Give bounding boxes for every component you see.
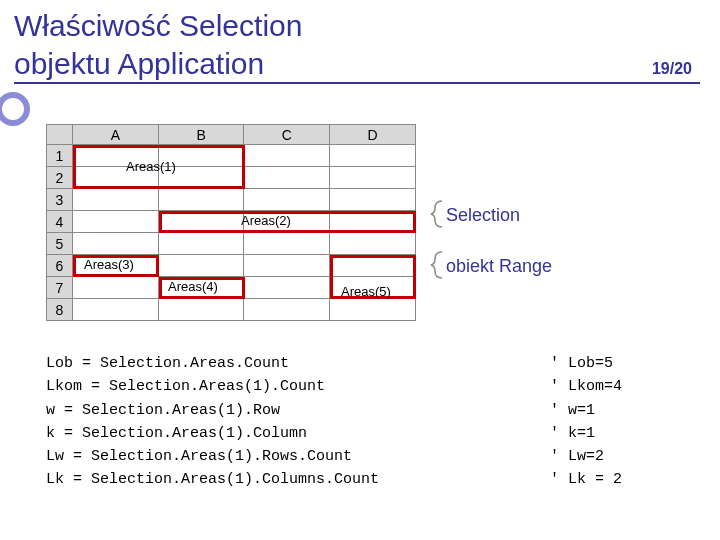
row-header: 3 (47, 189, 73, 211)
comment-line: ' Lob=5 (550, 355, 613, 372)
code-comments: ' Lob=5 ' Lkom=4 ' w=1 ' k=1 ' Lw=2 ' Lk… (550, 352, 622, 492)
col-header: A (72, 125, 158, 145)
comment-line: ' w=1 (550, 402, 595, 419)
row-header: 8 (47, 299, 73, 321)
row-header: 5 (47, 233, 73, 255)
spreadsheet-diagram: A B C D 1 2 3 4 5 6 7 8 Areas(1) Areas(2… (46, 124, 416, 321)
col-header: C (244, 125, 330, 145)
col-header: B (158, 125, 244, 145)
row-header: 6 (47, 255, 73, 277)
comment-line: ' Lk = 2 (550, 471, 622, 488)
code-line: w = Selection.Areas(1).Row (46, 402, 280, 419)
code-line: Lob = Selection.Areas.Count (46, 355, 289, 372)
code-line: Lkom = Selection.Areas(1).Count (46, 378, 325, 395)
page-title: Właściwość Selectionobjektu Application (14, 7, 652, 82)
brace-icon (430, 251, 446, 282)
bullet-decoration (0, 92, 30, 126)
brace-icon (430, 200, 446, 231)
row-header: 4 (47, 211, 73, 233)
code-line: k = Selection.Areas(1).Column (46, 425, 307, 442)
spreadsheet-grid: A B C D 1 2 3 4 5 6 7 8 (46, 124, 416, 321)
page-indicator: 19/20 (652, 60, 700, 82)
selection-label: Selection (446, 205, 520, 226)
row-header: 7 (47, 277, 73, 299)
row-header: 1 (47, 145, 73, 167)
code-line: Lw = Selection.Areas(1).Rows.Count (46, 448, 352, 465)
code-block: Lob = Selection.Areas.Count Lkom = Selec… (46, 352, 379, 492)
comment-line: ' Lw=2 (550, 448, 604, 465)
sheet-corner (47, 125, 73, 145)
code-line: Lk = Selection.Areas(1).Columns.Count (46, 471, 379, 488)
comment-line: ' k=1 (550, 425, 595, 442)
comment-line: ' Lkom=4 (550, 378, 622, 395)
brace-annotations: Selection obiekt Range (430, 200, 552, 296)
row-header: 2 (47, 167, 73, 189)
col-header: D (330, 125, 416, 145)
range-label: obiekt Range (446, 256, 552, 277)
